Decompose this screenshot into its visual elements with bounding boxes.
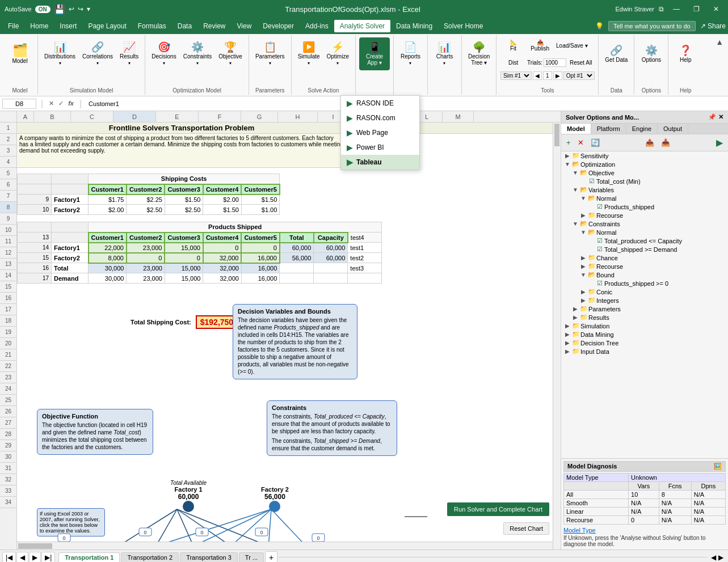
row-6[interactable]: 6 xyxy=(0,179,16,191)
tree-objective[interactable]: ▼ 📂 Objective xyxy=(561,168,728,177)
reset-chart-button[interactable]: Reset Chart xyxy=(503,522,549,535)
decision-tree-button[interactable]: 🌳 DecisionTree ▾ xyxy=(465,37,493,70)
add-item-button[interactable]: + xyxy=(563,137,574,149)
tree-conic[interactable]: ▶ 📁 Conic xyxy=(561,288,728,296)
row-8[interactable]: 8 xyxy=(0,202,16,213)
sim-select[interactable]: Sim #1 xyxy=(500,71,532,80)
decisions-button[interactable]: 🎯 Decisions ▾ xyxy=(149,37,179,70)
scroll-left-icon[interactable]: ◀ xyxy=(711,553,716,561)
col-header-e[interactable]: E xyxy=(156,111,199,122)
horizontal-scrollbar[interactable] xyxy=(17,542,553,550)
share-btn[interactable]: ↗ Share xyxy=(700,22,726,30)
col-header-f[interactable]: F xyxy=(199,111,241,122)
row-12[interactable]: 12 xyxy=(0,247,16,259)
restore-icon[interactable]: ❐ xyxy=(689,4,704,14)
ps-f2c2[interactable]: 0 xyxy=(127,253,165,263)
dropdown-power-bi[interactable]: ▶ Power BI xyxy=(341,140,419,155)
distributions-button[interactable]: 📊 Distributions ▾ xyxy=(41,37,78,70)
col-header-h[interactable]: H xyxy=(278,111,318,122)
undo-icon[interactable]: ↩ xyxy=(69,5,74,13)
row-15[interactable]: 15 xyxy=(0,281,16,293)
ps-f1c2[interactable]: 23,000 xyxy=(127,243,165,253)
nav-prev-btn[interactable]: ◀ xyxy=(533,71,542,80)
menu-data-mining[interactable]: Data Mining xyxy=(390,20,438,32)
menu-home[interactable]: Home xyxy=(24,20,54,32)
menu-developer[interactable]: Developer xyxy=(257,20,300,32)
menu-addins[interactable]: Add-ins xyxy=(300,20,334,32)
sheet-tab-transport2[interactable]: Transportation 2 xyxy=(121,552,179,562)
sheet-nav-last[interactable]: ▶| xyxy=(41,552,55,563)
load-save-button[interactable]: Load/Save ▾ xyxy=(554,37,590,53)
row-32[interactable]: 32 xyxy=(0,474,16,485)
tree-products-ge-0[interactable]: ☑ Products_shipped >= 0 xyxy=(561,279,728,288)
row-20[interactable]: 20 xyxy=(0,338,16,349)
menu-insert[interactable]: Insert xyxy=(54,20,82,32)
f2c2-cost[interactable]: $2.50 xyxy=(127,205,165,215)
results-button[interactable]: 📈 Results ▾ xyxy=(117,37,141,70)
trials-input[interactable] xyxy=(544,58,566,67)
tree-recourse-vars[interactable]: ▶ 📁 Recourse xyxy=(561,211,728,219)
row-10[interactable]: 10 xyxy=(0,225,16,236)
options-button[interactable]: ⚙️ Options xyxy=(639,37,664,70)
col-header-g[interactable]: G xyxy=(241,111,278,122)
correlations-button[interactable]: 🔗 Correlations ▾ xyxy=(79,37,116,70)
get-data-button[interactable]: 🔗 Get Data xyxy=(602,37,630,70)
tree-simulation[interactable]: ▶ 📁 Simulation xyxy=(561,322,728,330)
tree-recourse-constr[interactable]: ▶ 📁 Recourse xyxy=(561,262,728,271)
function-icon[interactable]: fx xyxy=(67,99,75,108)
f1c3-cost[interactable]: $1.50 xyxy=(165,195,203,205)
tab-engine[interactable]: Engine xyxy=(626,124,658,134)
ps-f2c4[interactable]: 32,000 xyxy=(203,253,241,263)
tree-total-cost[interactable]: ☑ Total_cost (Min) xyxy=(561,177,728,185)
reset-all-button[interactable]: Reset All xyxy=(567,54,594,70)
tree-constraints[interactable]: ▼ 📂 Constraints xyxy=(561,219,728,228)
ps-f1c5[interactable]: 0 xyxy=(241,243,279,253)
row-19[interactable]: 19 xyxy=(0,327,16,338)
col-header-a[interactable]: A xyxy=(17,111,34,122)
f2c5-cost[interactable]: $1.00 xyxy=(241,205,279,215)
scroll-right-icon[interactable]: ▶ xyxy=(718,553,723,561)
sheet-tab-transport1[interactable]: Transportation 1 xyxy=(58,552,120,562)
col-header-m[interactable]: M xyxy=(443,111,474,122)
dropdown-rason-com[interactable]: ▶ RASON.com xyxy=(341,111,419,125)
ps-f1c3[interactable]: 15,000 xyxy=(165,243,203,253)
col-header-c[interactable]: C xyxy=(71,111,113,122)
scrollbar-thumb[interactable] xyxy=(554,124,559,146)
row-3[interactable]: 3 xyxy=(0,145,16,157)
tree-chance[interactable]: ▶ 📁 Chance xyxy=(561,253,728,262)
row-24[interactable]: 24 xyxy=(0,383,16,395)
menu-solver-home[interactable]: Solver Home xyxy=(438,20,489,32)
cancel-formula-icon[interactable]: ✕ xyxy=(48,99,55,108)
panel-pin-icon[interactable]: 📌 xyxy=(708,113,716,121)
charts-button[interactable]: 📊 Charts ▾ xyxy=(433,37,456,70)
opt-select[interactable]: Opt #1 xyxy=(563,71,595,80)
hscroll-thumb[interactable] xyxy=(18,543,52,549)
row-9[interactable]: 9 xyxy=(0,213,16,225)
simulate-button[interactable]: ▶️ Simulate ▾ xyxy=(295,37,323,70)
row-16[interactable]: 16 xyxy=(0,293,16,304)
row-18[interactable]: 18 xyxy=(0,315,16,327)
reports-button[interactable]: 📄 Reports ▾ xyxy=(398,37,423,70)
row-28[interactable]: 28 xyxy=(0,429,16,440)
run-solver-button[interactable]: Run Solver and Complete Chart xyxy=(447,502,549,516)
cell-reference[interactable] xyxy=(2,99,36,109)
tree-parameters[interactable]: ▶ 📁 Parameters xyxy=(561,305,728,313)
row-2[interactable]: 2 xyxy=(0,134,16,145)
tree-bound[interactable]: ▼ 📂 Bound xyxy=(561,271,728,279)
row-14[interactable]: 14 xyxy=(0,270,16,281)
collapse-ribbon-icon[interactable]: ▲ xyxy=(716,37,723,47)
row-27[interactable]: 27 xyxy=(0,417,16,429)
autosave-toggle[interactable]: ON xyxy=(35,6,51,13)
menu-analytic-solver[interactable]: Analytic Solver xyxy=(334,20,390,32)
sheet-nav-first[interactable]: |◀ xyxy=(2,552,16,563)
tree-results[interactable]: ▶ 📁 Results xyxy=(561,313,728,322)
tree-products-shipped[interactable]: ☑ Products_shipped xyxy=(561,202,728,211)
remove-item-button[interactable]: ✕ xyxy=(575,137,587,149)
menu-file[interactable]: File xyxy=(2,20,24,32)
sheet-tab-transport4[interactable]: Tr ... xyxy=(239,552,264,562)
diagnosis-icon[interactable]: 🖼️ xyxy=(714,463,722,470)
row-4[interactable]: 4 xyxy=(0,157,16,168)
run-button[interactable]: ▶ xyxy=(713,136,726,150)
dropdown-tableau[interactable]: ▶ Tableau xyxy=(341,155,419,170)
f2c3-cost[interactable]: $2.50 xyxy=(165,205,203,215)
